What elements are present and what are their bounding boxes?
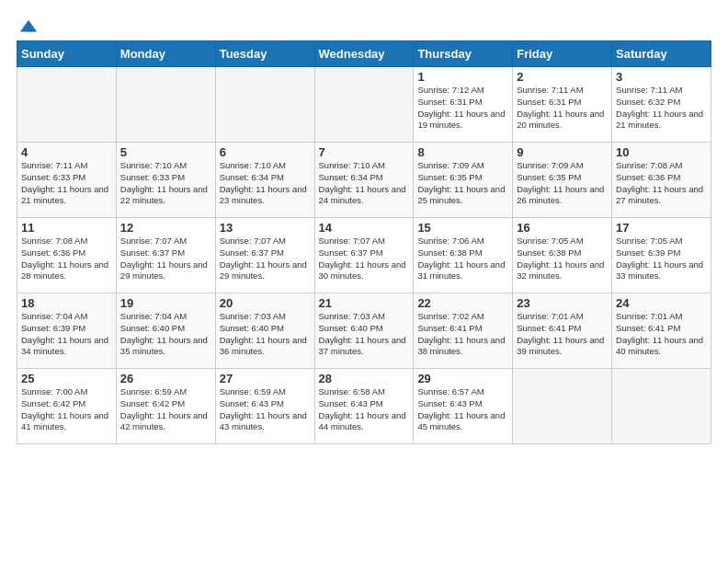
calendar-cell: [215, 67, 314, 143]
day-number: 8: [417, 145, 508, 159]
calendar-cell: 26Sunrise: 6:59 AMSunset: 6:42 PMDayligh…: [116, 369, 215, 444]
calendar-cell: 3Sunrise: 7:11 AMSunset: 6:32 PMDaylight…: [612, 67, 711, 143]
day-info: Sunrise: 7:01 AMSunset: 6:41 PMDaylight:…: [616, 311, 707, 358]
day-number: 1: [417, 70, 508, 84]
day-number: 3: [616, 70, 707, 84]
day-number: 22: [417, 296, 508, 310]
day-number: 20: [220, 296, 311, 310]
calendar-cell: 21Sunrise: 7:03 AMSunset: 6:40 PMDayligh…: [314, 293, 414, 369]
day-info: Sunrise: 7:10 AMSunset: 6:34 PMDaylight:…: [220, 160, 311, 207]
day-info: Sunrise: 7:08 AMSunset: 6:36 PMDaylight:…: [616, 160, 707, 207]
day-number: 14: [319, 221, 410, 235]
day-number: 21: [319, 296, 410, 310]
day-header-monday: Monday: [116, 41, 215, 67]
day-header-friday: Friday: [513, 41, 612, 67]
day-info: Sunrise: 7:10 AMSunset: 6:33 PMDaylight:…: [120, 160, 211, 207]
day-header-wednesday: Wednesday: [314, 41, 414, 67]
day-number: 18: [21, 296, 112, 310]
calendar-cell: 17Sunrise: 7:05 AMSunset: 6:39 PMDayligh…: [612, 218, 711, 293]
day-header-tuesday: Tuesday: [215, 41, 314, 67]
calendar-cell: 27Sunrise: 6:59 AMSunset: 6:43 PMDayligh…: [215, 369, 314, 444]
day-number: 25: [21, 372, 112, 385]
day-info: Sunrise: 7:10 AMSunset: 6:34 PMDaylight:…: [319, 160, 410, 207]
calendar-cell: 23Sunrise: 7:01 AMSunset: 6:41 PMDayligh…: [513, 293, 612, 369]
logo-text: [17, 17, 39, 37]
calendar-cell: 13Sunrise: 7:07 AMSunset: 6:37 PMDayligh…: [215, 218, 314, 293]
calendar-cell: 25Sunrise: 7:00 AMSunset: 6:42 PMDayligh…: [17, 369, 117, 444]
day-info: Sunrise: 7:07 AMSunset: 6:37 PMDaylight:…: [220, 236, 311, 282]
day-header-saturday: Saturday: [612, 41, 711, 67]
day-info: Sunrise: 6:57 AMSunset: 6:43 PMDaylight:…: [417, 386, 508, 433]
day-info: Sunrise: 7:06 AMSunset: 6:38 PMDaylight:…: [417, 236, 508, 282]
day-info: Sunrise: 7:09 AMSunset: 6:35 PMDaylight:…: [417, 160, 508, 207]
day-number: 13: [220, 221, 311, 235]
day-info: Sunrise: 7:01 AMSunset: 6:41 PMDaylight:…: [517, 311, 608, 358]
calendar-cell: [116, 67, 215, 143]
day-number: 4: [21, 145, 112, 159]
day-number: 5: [120, 145, 211, 159]
calendar-cell: 22Sunrise: 7:02 AMSunset: 6:41 PMDayligh…: [414, 293, 513, 369]
logo: [17, 17, 39, 33]
day-number: 27: [220, 372, 311, 385]
calendar-cell: 8Sunrise: 7:09 AMSunset: 6:35 PMDaylight…: [414, 143, 513, 218]
day-info: Sunrise: 7:07 AMSunset: 6:37 PMDaylight:…: [120, 236, 211, 282]
day-number: 17: [616, 221, 707, 235]
calendar-cell: 16Sunrise: 7:05 AMSunset: 6:38 PMDayligh…: [513, 218, 612, 293]
calendar-cell: [314, 67, 414, 143]
day-info: Sunrise: 7:02 AMSunset: 6:41 PMDaylight:…: [417, 311, 508, 358]
day-info: Sunrise: 6:59 AMSunset: 6:42 PMDaylight:…: [120, 386, 211, 433]
day-header-thursday: Thursday: [414, 41, 513, 67]
day-info: Sunrise: 7:03 AMSunset: 6:40 PMDaylight:…: [220, 311, 311, 358]
calendar-cell: [612, 369, 711, 444]
calendar-cell: 10Sunrise: 7:08 AMSunset: 6:36 PMDayligh…: [612, 143, 711, 218]
day-number: 15: [417, 221, 508, 235]
day-info: Sunrise: 7:04 AMSunset: 6:40 PMDaylight:…: [120, 311, 211, 358]
calendar-week-4: 25Sunrise: 7:00 AMSunset: 6:42 PMDayligh…: [17, 369, 711, 444]
day-number: 12: [120, 221, 211, 235]
day-number: 10: [616, 145, 707, 159]
calendar-week-0: 1Sunrise: 7:12 AMSunset: 6:31 PMDaylight…: [17, 67, 711, 143]
calendar-cell: 14Sunrise: 7:07 AMSunset: 6:37 PMDayligh…: [314, 218, 414, 293]
calendar-cell: 18Sunrise: 7:04 AMSunset: 6:39 PMDayligh…: [17, 293, 117, 369]
calendar-cell: 20Sunrise: 7:03 AMSunset: 6:40 PMDayligh…: [215, 293, 314, 369]
day-info: Sunrise: 7:03 AMSunset: 6:40 PMDaylight:…: [319, 311, 410, 358]
calendar-cell: [17, 67, 117, 143]
day-number: 29: [417, 372, 508, 385]
day-info: Sunrise: 7:07 AMSunset: 6:37 PMDaylight:…: [319, 236, 410, 282]
calendar-cell: 2Sunrise: 7:11 AMSunset: 6:31 PMDaylight…: [513, 67, 612, 143]
day-number: 11: [21, 221, 112, 235]
header: [17, 17, 711, 33]
day-number: 9: [517, 145, 608, 159]
day-info: Sunrise: 6:58 AMSunset: 6:43 PMDaylight:…: [319, 386, 410, 433]
day-info: Sunrise: 7:11 AMSunset: 6:32 PMDaylight:…: [616, 85, 707, 132]
calendar-cell: 1Sunrise: 7:12 AMSunset: 6:31 PMDaylight…: [414, 67, 513, 143]
calendar-cell: 24Sunrise: 7:01 AMSunset: 6:41 PMDayligh…: [612, 293, 711, 369]
day-header-sunday: Sunday: [17, 41, 117, 67]
day-info: Sunrise: 7:11 AMSunset: 6:33 PMDaylight:…: [21, 160, 112, 207]
day-number: 26: [120, 372, 211, 385]
day-number: 28: [319, 372, 410, 385]
calendar-cell: 12Sunrise: 7:07 AMSunset: 6:37 PMDayligh…: [116, 218, 215, 293]
calendar-week-2: 11Sunrise: 7:08 AMSunset: 6:36 PMDayligh…: [17, 218, 711, 293]
calendar-cell: 9Sunrise: 7:09 AMSunset: 6:35 PMDaylight…: [513, 143, 612, 218]
day-info: Sunrise: 6:59 AMSunset: 6:43 PMDaylight:…: [220, 386, 311, 433]
calendar-cell: 5Sunrise: 7:10 AMSunset: 6:33 PMDaylight…: [116, 143, 215, 218]
day-info: Sunrise: 7:04 AMSunset: 6:39 PMDaylight:…: [21, 311, 112, 358]
calendar-cell: 4Sunrise: 7:11 AMSunset: 6:33 PMDaylight…: [17, 143, 117, 218]
day-number: 24: [616, 296, 707, 310]
calendar-cell: 28Sunrise: 6:58 AMSunset: 6:43 PMDayligh…: [314, 369, 414, 444]
day-info: Sunrise: 7:09 AMSunset: 6:35 PMDaylight:…: [517, 160, 608, 207]
day-number: 16: [517, 221, 608, 235]
day-info: Sunrise: 7:11 AMSunset: 6:31 PMDaylight:…: [517, 85, 608, 132]
calendar-cell: 6Sunrise: 7:10 AMSunset: 6:34 PMDaylight…: [215, 143, 314, 218]
day-info: Sunrise: 7:12 AMSunset: 6:31 PMDaylight:…: [417, 85, 508, 132]
calendar-cell: 15Sunrise: 7:06 AMSunset: 6:38 PMDayligh…: [414, 218, 513, 293]
calendar-header-row: SundayMondayTuesdayWednesdayThursdayFrid…: [17, 41, 711, 67]
day-number: 7: [319, 145, 410, 159]
calendar-week-1: 4Sunrise: 7:11 AMSunset: 6:33 PMDaylight…: [17, 143, 711, 218]
day-number: 19: [120, 296, 211, 310]
calendar-cell: [513, 369, 612, 444]
day-info: Sunrise: 7:08 AMSunset: 6:36 PMDaylight:…: [21, 236, 112, 282]
day-info: Sunrise: 7:05 AMSunset: 6:39 PMDaylight:…: [616, 236, 707, 282]
page: SundayMondayTuesdayWednesdayThursdayFrid…: [0, 0, 728, 563]
